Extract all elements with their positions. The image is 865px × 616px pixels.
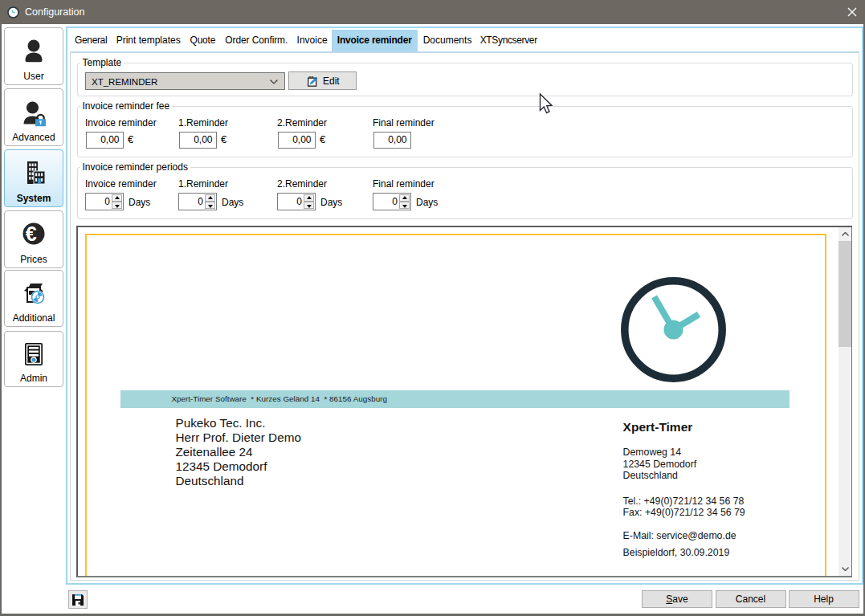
svg-text:€: € xyxy=(26,222,37,244)
